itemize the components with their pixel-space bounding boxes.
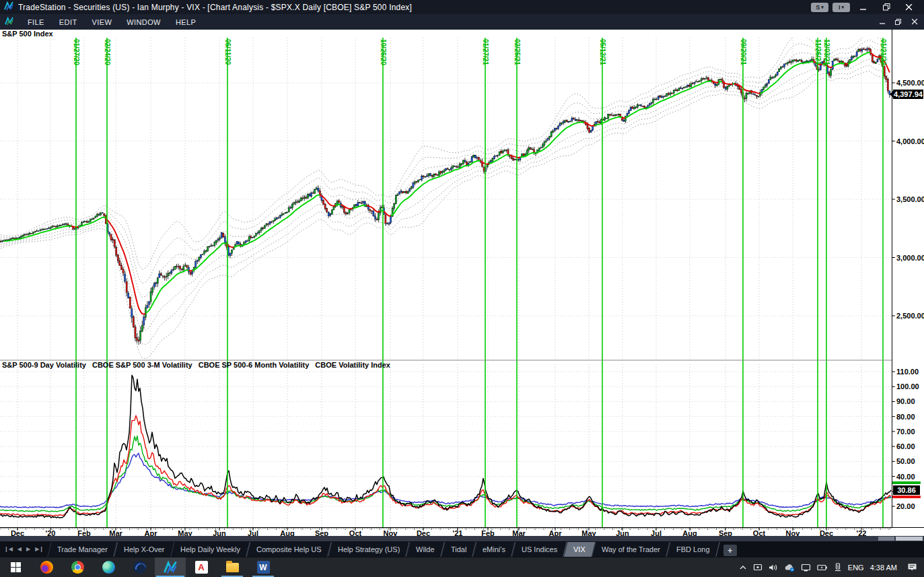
minimize-button[interactable] bbox=[854, 0, 873, 14]
svg-text:90.00: 90.00 bbox=[896, 397, 915, 405]
tab-label: FBD Long bbox=[676, 545, 710, 553]
workspace-tab-fbd-long[interactable]: FBD Long bbox=[666, 542, 719, 557]
first-tab-icon[interactable]: ❙◀ bbox=[4, 547, 13, 552]
svg-text:May: May bbox=[178, 529, 192, 536]
workspace-tab-vix[interactable]: VIX bbox=[564, 542, 596, 557]
svg-text:10/26/20: 10/26/20 bbox=[380, 39, 387, 65]
remote-session-icon[interactable] bbox=[753, 564, 762, 572]
menu-edit[interactable]: EDIT bbox=[52, 18, 85, 26]
svg-text:3,000.00: 3,000.00 bbox=[896, 254, 924, 262]
svg-text:Dec: Dec bbox=[11, 529, 24, 536]
last-tab-icon[interactable]: ▶❙ bbox=[35, 547, 44, 552]
chart-analysis-panel: 01/27/2002/24/2006/11/2010/26/2001/27/21… bbox=[0, 30, 924, 541]
svg-text:02/24/20: 02/24/20 bbox=[104, 39, 111, 65]
svg-text:40.00: 40.00 bbox=[896, 473, 915, 481]
menu-file[interactable]: FILE bbox=[20, 18, 52, 26]
svg-text:09/20/21: 09/20/21 bbox=[740, 39, 747, 65]
svg-text:Jul: Jul bbox=[651, 529, 662, 536]
horizontal-scrollbar[interactable] bbox=[0, 536, 924, 541]
svg-text:Jun: Jun bbox=[616, 529, 629, 536]
svg-text:12/03/21: 12/03/21 bbox=[823, 39, 830, 65]
scrollbar-thumb[interactable] bbox=[896, 537, 923, 541]
word-icon: W bbox=[257, 561, 270, 574]
taskbar-navy-app[interactable] bbox=[124, 557, 155, 577]
tab-navigation: ❙◀ ◀ ▶ ▶❙ bbox=[0, 547, 49, 552]
volatility-lines bbox=[0, 375, 891, 518]
chevron-down-icon: ▾ bbox=[842, 5, 845, 9]
workspace-tab-us-indices[interactable]: US Indices bbox=[511, 542, 567, 557]
start-button[interactable] bbox=[0, 557, 31, 577]
tab-label: Trade Manager bbox=[57, 545, 108, 553]
interval-button[interactable]: I▾ bbox=[832, 3, 850, 12]
workspace-tab-emini-s[interactable]: eMini's bbox=[473, 542, 516, 557]
workspace-tab-composite-help-us[interactable]: Composite Help US bbox=[247, 542, 332, 557]
svg-text:Feb: Feb bbox=[77, 529, 91, 536]
action-center-icon[interactable] bbox=[907, 563, 917, 572]
workspace-tab-wilde[interactable]: Wilde bbox=[406, 542, 445, 557]
add-workspace-button[interactable]: + bbox=[723, 545, 737, 556]
pdf-app-icon: A bbox=[195, 561, 208, 574]
language-indicator[interactable]: ENG bbox=[848, 564, 864, 572]
close-button[interactable] bbox=[900, 0, 919, 14]
svg-text:4,500.00: 4,500.00 bbox=[896, 79, 924, 87]
svg-text:Feb: Feb bbox=[481, 529, 495, 536]
vix3m-value-tick bbox=[892, 481, 921, 484]
svg-text:Nov: Nov bbox=[786, 529, 801, 536]
menu-view[interactable]: VIEW bbox=[85, 18, 120, 26]
usb-eject-icon[interactable] bbox=[834, 563, 842, 572]
taskbar-word[interactable]: W bbox=[248, 557, 279, 577]
workspace-tab-tidal[interactable]: Tidal bbox=[441, 542, 476, 557]
navy-swirl-app-icon bbox=[133, 561, 146, 574]
restore-button[interactable] bbox=[877, 0, 896, 14]
taskbar-firefox[interactable] bbox=[31, 557, 62, 577]
network-icon[interactable] bbox=[801, 564, 811, 572]
taskbar-chrome[interactable] bbox=[62, 557, 93, 577]
taskbar-file-explorer[interactable] bbox=[217, 557, 248, 577]
prev-tab-icon[interactable]: ◀ bbox=[17, 547, 22, 552]
taskbar-tradestation[interactable] bbox=[155, 557, 186, 577]
vix-value-tick bbox=[892, 496, 921, 498]
tab-label: VIX bbox=[573, 545, 585, 553]
svg-text:Oct: Oct bbox=[753, 529, 766, 536]
price-chart-canvas[interactable]: 01/27/2002/24/2006/11/2010/26/2001/27/21… bbox=[0, 30, 924, 536]
svg-text:3,500.00: 3,500.00 bbox=[896, 195, 924, 203]
tab-label: Help Daily Weekly bbox=[180, 545, 240, 553]
svg-text:Mar: Mar bbox=[109, 529, 122, 536]
workspace-tabs: Trade ManagerHelp X-OverHelp Daily Weekl… bbox=[49, 541, 718, 557]
windows-taskbar: A W ENG 4:38 AM bbox=[0, 557, 924, 577]
menu-bar: FILE EDIT VIEW WINDOW HELP bbox=[0, 14, 924, 30]
workspace-tab-trade-manager[interactable]: Trade Manager bbox=[47, 542, 117, 557]
volume-icon[interactable] bbox=[769, 564, 778, 572]
moving-average-line bbox=[4, 53, 890, 314]
svg-text:Apr: Apr bbox=[145, 529, 158, 536]
last-price-tag: 4,397.94 bbox=[893, 90, 923, 99]
svg-text:Apr: Apr bbox=[549, 529, 563, 536]
workspace-tab-help-daily-weekly[interactable]: Help Daily Weekly bbox=[171, 542, 251, 557]
battery-icon[interactable] bbox=[817, 564, 828, 572]
tray-expand-icon[interactable] bbox=[739, 564, 747, 571]
workspace-tab-help-strategy-us-[interactable]: Help Strategy (US) bbox=[328, 542, 410, 557]
onedrive-icon[interactable] bbox=[784, 564, 795, 572]
event-date-lines: 01/27/2002/24/2006/11/2010/26/2001/27/21… bbox=[73, 38, 887, 527]
taskbar-pdf-app[interactable]: A bbox=[186, 557, 217, 577]
workspace-tab-help-x-over[interactable]: Help X-Over bbox=[114, 542, 174, 557]
svg-text:Sep: Sep bbox=[719, 529, 732, 536]
workspace-tab-bar: ❙◀ ◀ ▶ ▶❙ Trade ManagerHelp X-OverHelp D… bbox=[0, 541, 924, 557]
child-minimize-button[interactable] bbox=[876, 16, 889, 28]
svg-text:Dec: Dec bbox=[417, 529, 430, 536]
menu-window[interactable]: WINDOW bbox=[119, 18, 168, 26]
workspace-tab-way-of-the-trader[interactable]: Way of the Trader bbox=[592, 542, 670, 557]
child-close-button[interactable] bbox=[908, 16, 921, 28]
clock[interactable]: 4:38 AM bbox=[870, 564, 897, 572]
svg-text:Nov: Nov bbox=[384, 529, 398, 536]
taskbar-edge[interactable] bbox=[93, 557, 124, 577]
child-restore-button[interactable] bbox=[892, 16, 905, 28]
svg-text:11/26/21: 11/26/21 bbox=[814, 39, 822, 65]
scrollbar-segment[interactable] bbox=[878, 537, 894, 541]
volatility-series-labels: S&P 500-9 Day Volatility CBOE S&P 500 3-… bbox=[2, 361, 390, 369]
symbol-lookup-button[interactable]: S▾ bbox=[811, 3, 828, 12]
tab-label: US Indices bbox=[522, 545, 557, 553]
tab-label: Tidal bbox=[451, 545, 466, 553]
menu-help[interactable]: HELP bbox=[168, 18, 203, 26]
next-tab-icon[interactable]: ▶ bbox=[26, 547, 30, 552]
